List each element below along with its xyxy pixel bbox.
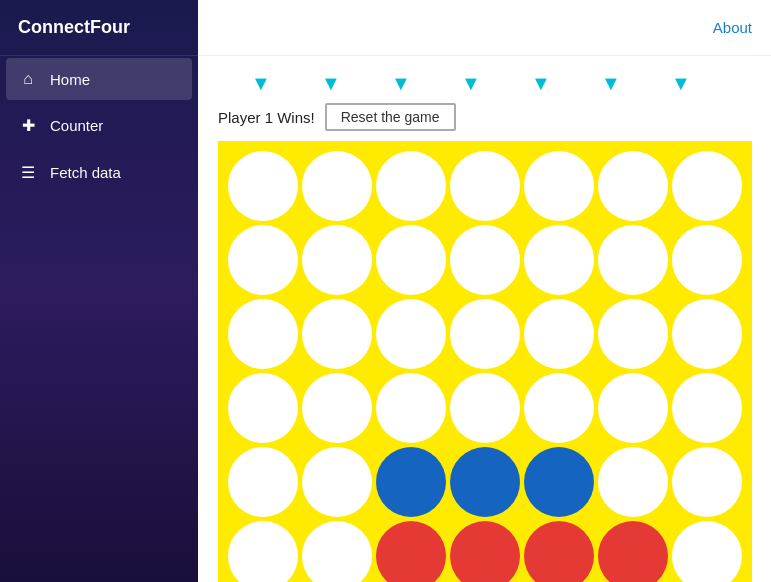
cell-r5-c3[interactable] [450,521,520,582]
cell-r1-c2[interactable] [376,225,446,295]
cell-r4-c1[interactable] [302,447,372,517]
cell-r1-c3[interactable] [450,225,520,295]
cell-r0-c0[interactable] [228,151,298,221]
cell-r3-c4[interactable] [524,373,594,443]
cell-r1-c0[interactable] [228,225,298,295]
cell-r5-c1[interactable] [302,521,372,582]
cell-r3-c5[interactable] [598,373,668,443]
sidebar-item-fetchdata[interactable]: ☰ Fetch data [0,149,198,196]
cell-r1-c6[interactable] [672,225,742,295]
cell-r4-c6[interactable] [672,447,742,517]
drop-arrow-col-4[interactable]: ▼ [506,72,576,95]
about-link[interactable]: About [713,19,752,36]
drop-arrow-col-3[interactable]: ▼ [436,72,506,95]
cell-r1-c4[interactable] [524,225,594,295]
cell-r3-c0[interactable] [228,373,298,443]
cell-r0-c6[interactable] [672,151,742,221]
cell-r4-c0[interactable] [228,447,298,517]
content-area: ▼ ▼ ▼ ▼ ▼ ▼ ▼ Player 1 Wins! Reset the g… [198,56,771,582]
list-icon: ☰ [18,163,38,182]
cell-r2-c6[interactable] [672,299,742,369]
cell-r1-c1[interactable] [302,225,372,295]
game-status: Player 1 Wins! [218,109,315,126]
cell-r3-c2[interactable] [376,373,446,443]
cell-r2-c5[interactable] [598,299,668,369]
status-row: Player 1 Wins! Reset the game [218,103,752,131]
game-board [218,141,752,582]
cell-r1-c5[interactable] [598,225,668,295]
cell-r2-c1[interactable] [302,299,372,369]
cell-r5-c2[interactable] [376,521,446,582]
sidebar-item-home-label: Home [50,71,90,88]
cell-r0-c1[interactable] [302,151,372,221]
cell-r5-c4[interactable] [524,521,594,582]
header: About [198,0,771,56]
drop-arrows-row: ▼ ▼ ▼ ▼ ▼ ▼ ▼ [218,72,752,95]
cell-r4-c4[interactable] [524,447,594,517]
drop-arrow-col-2[interactable]: ▼ [366,72,436,95]
cell-r3-c1[interactable] [302,373,372,443]
main-area: About ▼ ▼ ▼ ▼ ▼ ▼ ▼ Player 1 Wins! Reset… [198,0,771,582]
app-logo: ConnectFour [0,0,198,56]
reset-button[interactable]: Reset the game [325,103,456,131]
cell-r0-c3[interactable] [450,151,520,221]
home-icon: ⌂ [18,70,38,88]
cell-r2-c0[interactable] [228,299,298,369]
sidebar-item-home[interactable]: ⌂ Home [6,58,192,100]
cell-r2-c2[interactable] [376,299,446,369]
sidebar-item-fetchdata-label: Fetch data [50,164,121,181]
drop-arrow-col-5[interactable]: ▼ [576,72,646,95]
sidebar-item-counter-label: Counter [50,117,103,134]
cell-r5-c0[interactable] [228,521,298,582]
cell-r0-c2[interactable] [376,151,446,221]
cell-r2-c3[interactable] [450,299,520,369]
drop-arrow-col-1[interactable]: ▼ [296,72,366,95]
cell-r3-c6[interactable] [672,373,742,443]
drop-arrow-col-6[interactable]: ▼ [646,72,716,95]
drop-arrow-col-0[interactable]: ▼ [226,72,296,95]
cell-r5-c5[interactable] [598,521,668,582]
cell-r4-c3[interactable] [450,447,520,517]
cell-r3-c3[interactable] [450,373,520,443]
sidebar: ConnectFour ⌂ Home ✚ Counter ☰ Fetch dat… [0,0,198,582]
cell-r4-c2[interactable] [376,447,446,517]
plus-icon: ✚ [18,116,38,135]
cell-r0-c4[interactable] [524,151,594,221]
cell-r5-c6[interactable] [672,521,742,582]
cell-r4-c5[interactable] [598,447,668,517]
sidebar-item-counter[interactable]: ✚ Counter [0,102,198,149]
cell-r2-c4[interactable] [524,299,594,369]
cell-r0-c5[interactable] [598,151,668,221]
